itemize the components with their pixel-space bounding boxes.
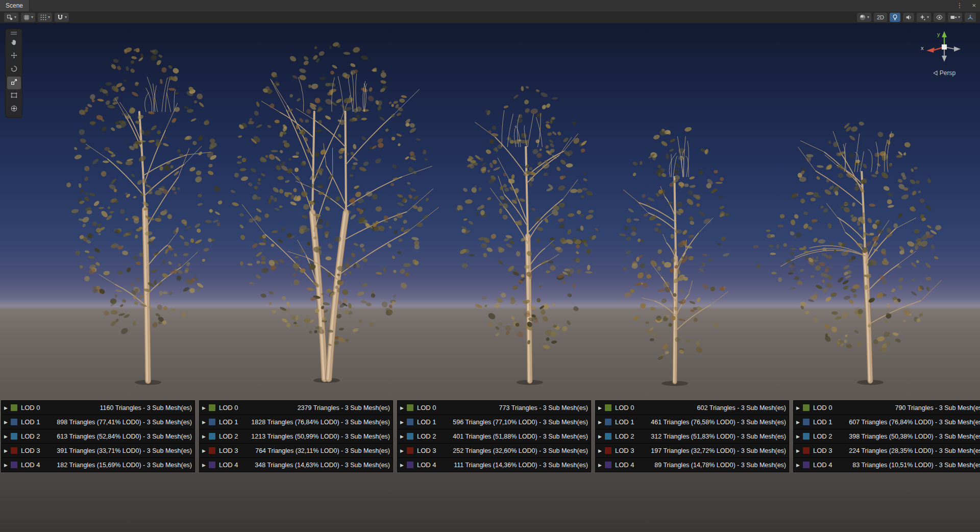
lod-row-5-0[interactable]: ▶LOD 0790 Triangles - 3 Sub Mesh(es) <box>794 401 980 415</box>
lod-row-3-1[interactable]: ▶LOD 1596 Triangles (77,10% LOD0) - 3 Su… <box>398 415 591 429</box>
foldout-arrow-icon[interactable]: ▶ <box>202 463 209 468</box>
lod-row-3-4[interactable]: ▶LOD 4111 Triangles (14,36% LOD0) - 3 Su… <box>398 458 591 472</box>
tool-rail-drag-handle[interactable] <box>6 30 22 36</box>
foldout-arrow-icon[interactable]: ▶ <box>400 434 407 439</box>
lod-row-2-0[interactable]: ▶LOD 02379 Triangles - 3 Sub Mesh(es) <box>200 401 393 415</box>
tree-2[interactable] <box>230 41 439 383</box>
gizmo-x-label: x <box>921 45 924 51</box>
foldout-arrow-icon[interactable]: ▶ <box>4 405 11 410</box>
tree-3[interactable] <box>456 86 599 385</box>
grid-visibility-button[interactable]: ▾ <box>21 13 35 22</box>
foldout-arrow-icon[interactable]: ▶ <box>598 448 605 453</box>
lod-row-4-4[interactable]: ▶LOD 489 Triangles (14,78% LOD0) - 3 Sub… <box>596 458 789 472</box>
window-menu-button[interactable]: ⋮ <box>956 0 963 11</box>
scene-visibility-button[interactable] <box>934 13 945 22</box>
window-close-button[interactable]: × <box>972 0 976 11</box>
lod-row-4-2[interactable]: ▶LOD 2312 Triangles (51,83% LOD0) - 3 Su… <box>596 429 789 443</box>
foldout-arrow-icon[interactable]: ▶ <box>598 420 605 425</box>
foldout-arrow-icon[interactable]: ▶ <box>796 463 803 468</box>
foldout-arrow-icon[interactable]: ▶ <box>4 448 11 453</box>
lod-row-4-0[interactable]: ▶LOD 0602 Triangles - 3 Sub Mesh(es) <box>596 401 789 415</box>
foldout-arrow-icon[interactable]: ▶ <box>796 420 803 425</box>
foldout-arrow-icon[interactable]: ▶ <box>400 448 407 453</box>
foldout-arrow-icon[interactable]: ▶ <box>796 434 803 439</box>
lod-row-1-1[interactable]: ▶LOD 1898 Triangles (77,41% LOD0) - 3 Su… <box>2 415 194 429</box>
foldout-arrow-icon[interactable]: ▶ <box>598 463 605 468</box>
gizmos-toggle-button[interactable] <box>965 13 976 22</box>
lod-row-3-0[interactable]: ▶LOD 0773 Triangles - 3 Sub Mesh(es) <box>398 401 591 415</box>
grid-snap-button[interactable]: ▾ <box>38 13 52 22</box>
lod-row-5-2[interactable]: ▶LOD 2398 Triangles (50,38% LOD0) - 3 Su… <box>794 429 980 443</box>
tab-scene[interactable]: Scene <box>0 0 30 11</box>
gizmo-axes-icon <box>967 14 974 21</box>
tree-5[interactable] <box>753 121 942 385</box>
foldout-arrow-icon[interactable]: ▶ <box>796 448 803 453</box>
lod-color-swatch <box>803 404 810 411</box>
lod-row-3-3[interactable]: ▶LOD 3252 Triangles (32,60% LOD0) - 3 Su… <box>398 444 591 457</box>
gizmo-center-cube[interactable] <box>942 44 947 50</box>
lod-panel-5: ▶LOD 0790 Triangles - 3 Sub Mesh(es)▶LOD… <box>793 400 980 472</box>
foldout-arrow-icon[interactable]: ▶ <box>4 463 11 468</box>
foldout-arrow-icon[interactable]: ▶ <box>202 448 209 453</box>
gizmo-y-cone[interactable] <box>942 31 947 37</box>
lod-row-4-1[interactable]: ▶LOD 1461 Triangles (76,58% LOD0) - 3 Su… <box>596 415 789 429</box>
scene-viewport[interactable]: y x Persp ▶LOD 01160 Triangles - 3 Sub M… <box>0 23 980 532</box>
lod-row-2-1[interactable]: ▶LOD 11828 Triangles (76,84% LOD0) - 3 S… <box>200 415 393 429</box>
foldout-arrow-icon[interactable]: ▶ <box>796 405 803 410</box>
draw-mode-button[interactable]: ▾ <box>857 13 871 22</box>
2d-toggle-button[interactable]: 2D <box>874 13 887 22</box>
tree-1[interactable] <box>66 46 223 385</box>
scale-tool[interactable] <box>7 77 21 89</box>
lod-panel-3: ▶LOD 0773 Triangles - 3 Sub Mesh(es)▶LOD… <box>397 400 591 472</box>
tool-settings-button[interactable]: ▾ <box>4 13 18 22</box>
scene-view-window: Scene ⋮ × ▾▾▾▾ ▾2D▾▾ y x <box>0 0 980 532</box>
foldout-arrow-icon[interactable]: ▶ <box>598 434 605 439</box>
lod-row-5-3[interactable]: ▶LOD 3224 Triangles (28,35% LOD0) - 3 Su… <box>794 444 980 457</box>
lod-row-2-2[interactable]: ▶LOD 21213 Triangles (50,99% LOD0) - 3 S… <box>200 429 393 443</box>
lod-row-5-1[interactable]: ▶LOD 1607 Triangles (76,84% LOD0) - 3 Su… <box>794 415 980 429</box>
tree-4[interactable] <box>619 126 730 386</box>
gizmo-x-cone[interactable] <box>926 47 935 53</box>
lod-color-swatch <box>209 419 215 425</box>
scene-lighting-button[interactable] <box>890 13 900 22</box>
lod-row-4-3[interactable]: ▶LOD 3197 Triangles (32,72% LOD0) - 3 Su… <box>596 444 789 457</box>
foldout-arrow-icon[interactable]: ▶ <box>598 405 605 410</box>
lod-row-1-4[interactable]: ▶LOD 4182 Triangles (15,69% LOD0) - 3 Su… <box>2 458 194 472</box>
persp-icon <box>933 70 938 76</box>
lod-color-swatch <box>803 462 810 468</box>
snap-increment-button[interactable]: ▾ <box>55 13 69 22</box>
rect-tool[interactable] <box>7 90 21 103</box>
scene-audio-button[interactable] <box>903 13 914 22</box>
transform-tool[interactable] <box>7 103 21 116</box>
lod-row-1-0[interactable]: ▶LOD 01160 Triangles - 3 Sub Mesh(es) <box>2 401 194 415</box>
lod-row-2-3[interactable]: ▶LOD 3764 Triangles (32,11% LOD0) - 3 Su… <box>200 444 393 457</box>
gizmo-right-cone[interactable] <box>954 46 961 52</box>
foldout-arrow-icon[interactable]: ▶ <box>202 420 209 425</box>
lod-level-label: LOD 3 <box>615 447 634 454</box>
move-tool[interactable] <box>7 50 21 63</box>
lod-level-label: LOD 3 <box>813 447 832 454</box>
rotate-tool[interactable] <box>7 63 21 76</box>
view-tool[interactable] <box>7 37 21 50</box>
foldout-arrow-icon[interactable]: ▶ <box>400 405 407 410</box>
foldout-arrow-icon[interactable]: ▶ <box>4 434 11 439</box>
scene-camera-button[interactable]: ▾ <box>948 13 962 22</box>
foldout-arrow-icon[interactable]: ▶ <box>400 420 407 425</box>
foldout-arrow-icon[interactable]: ▶ <box>202 405 209 410</box>
lod-level-label: LOD 0 <box>615 404 634 412</box>
effects-button[interactable]: ▾ <box>917 13 931 22</box>
foldout-arrow-icon[interactable]: ▶ <box>400 463 407 468</box>
lod-row-5-4[interactable]: ▶LOD 483 Triangles (10,51% LOD0) - 3 Sub… <box>794 458 980 472</box>
lod-triangle-stats: 83 Triangles (10,51% LOD0) - 3 Sub Mesh(… <box>852 462 980 469</box>
foldout-arrow-icon[interactable]: ▶ <box>4 420 11 425</box>
gizmo-down-cone[interactable] <box>942 56 947 62</box>
lod-row-3-2[interactable]: ▶LOD 2401 Triangles (51,88% LOD0) - 3 Su… <box>398 429 591 443</box>
gizmo-axes[interactable]: y x <box>920 30 969 66</box>
lod-color-swatch <box>605 462 611 468</box>
lod-row-1-2[interactable]: ▶LOD 2613 Triangles (52,84% LOD0) - 3 Su… <box>2 429 194 443</box>
lod-row-1-3[interactable]: ▶LOD 3391 Triangles (33,71% LOD0) - 3 Su… <box>2 444 194 457</box>
foldout-arrow-icon[interactable]: ▶ <box>202 434 209 439</box>
lod-row-2-4[interactable]: ▶LOD 4348 Triangles (14,63% LOD0) - 3 Su… <box>200 458 393 472</box>
orientation-gizmo[interactable]: y x Persp <box>918 30 971 77</box>
persp-toggle[interactable]: Persp <box>918 69 971 77</box>
